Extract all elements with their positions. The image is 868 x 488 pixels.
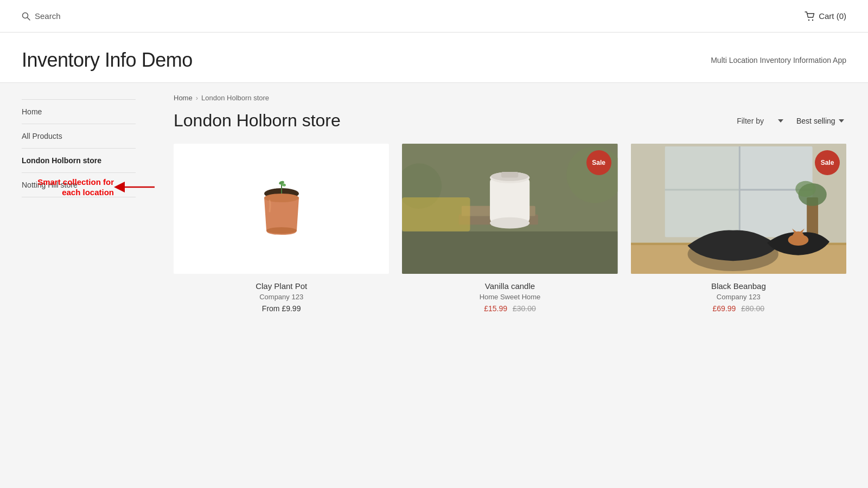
- page-title-row: London Holborn store Filter by Best sell…: [174, 111, 846, 131]
- sidebar-item-home[interactable]: Home: [22, 99, 136, 124]
- svg-rect-24: [738, 146, 740, 237]
- search-bar[interactable]: Search: [22, 11, 61, 21]
- filter-by-label: Filter by: [737, 117, 764, 125]
- product-info-clay-pot: Clay Plant Pot Company 123 From £9.99: [174, 274, 389, 315]
- cart-label: Cart (0): [819, 11, 846, 21]
- svg-point-16: [490, 217, 529, 229]
- svg-point-9: [266, 227, 297, 234]
- product-name-clay-pot: Clay Plant Pot: [176, 281, 387, 291]
- product-card-vanilla-candle[interactable]: Sale: [402, 144, 617, 315]
- product-image-clay-pot: [174, 144, 389, 274]
- sidebar-item-london-holborn[interactable]: London Holborn store: [22, 149, 136, 173]
- search-label: Search: [35, 11, 61, 21]
- sidebar: Home All Products London Holborn store N…: [0, 83, 157, 484]
- main-content: Home › London Holborn store London Holbo…: [157, 83, 868, 484]
- annotation-arrow-icon: [114, 176, 157, 198]
- cart-icon: [805, 11, 815, 21]
- svg-rect-11: [402, 232, 617, 274]
- brand-subtitle: Multi Location Inventory Information App: [711, 56, 846, 65]
- product-image-vanilla-candle: Sale: [402, 144, 617, 274]
- svg-line-1: [28, 17, 30, 20]
- candle-illustration: [402, 144, 617, 274]
- header: Search Cart (0): [0, 0, 868, 33]
- breadcrumb: Home › London Holborn store: [174, 94, 846, 102]
- product-vendor-black-beanbag: Company 123: [633, 293, 844, 301]
- clay-pot-illustration: [249, 171, 314, 247]
- product-vendor-clay-pot: Company 123: [176, 293, 387, 301]
- annotation-text: Smart collection for each location: [27, 177, 114, 198]
- product-name-black-beanbag: Black Beanbag: [633, 281, 844, 291]
- product-name-vanilla-candle: Vanilla candle: [404, 281, 615, 291]
- breadcrumb-current: London Holborn store: [201, 94, 269, 102]
- breadcrumb-home[interactable]: Home: [174, 94, 193, 102]
- product-image-black-beanbag: Sale: [631, 144, 846, 274]
- product-price-black-beanbag: £69.99 £80.00: [633, 304, 844, 313]
- product-price-clay-pot: From £9.99: [176, 304, 387, 313]
- svg-point-2: [808, 19, 809, 20]
- sale-price-candle: £15.99: [484, 304, 507, 313]
- original-price-beanbag: £80.00: [741, 304, 764, 313]
- sale-badge-candle: Sale: [586, 150, 611, 175]
- main-layout: Home All Products London Holborn store N…: [0, 83, 868, 484]
- svg-point-31: [795, 181, 816, 197]
- products-grid: Smart collection for each location: [174, 144, 846, 315]
- product-card-black-beanbag[interactable]: Sale: [631, 144, 846, 315]
- filter-by-select[interactable]: [773, 114, 786, 127]
- original-price-candle: £30.00: [513, 304, 536, 313]
- search-icon: [22, 12, 30, 21]
- filter-row: Filter by Best selling: [737, 114, 846, 127]
- annotation: Smart collection for each location: [27, 176, 157, 198]
- product-vendor-vanilla-candle: Home Sweet Home: [404, 293, 615, 301]
- sort-select[interactable]: Best selling: [794, 114, 846, 127]
- beanbag-illustration: [631, 144, 846, 274]
- page-title: London Holborn store: [174, 111, 341, 131]
- svg-rect-26: [665, 146, 738, 237]
- product-info-black-beanbag: Black Beanbag Company 123 £69.99 £80.00: [631, 274, 846, 315]
- sale-price-beanbag: £69.99: [713, 304, 736, 313]
- svg-rect-21: [402, 197, 470, 232]
- product-price-vanilla-candle: £15.99 £30.00: [404, 304, 615, 313]
- product-info-vanilla-candle: Vanilla candle Home Sweet Home £15.99 £3…: [402, 274, 617, 315]
- svg-point-35: [793, 232, 804, 241]
- svg-rect-14: [490, 177, 529, 223]
- sale-badge-beanbag: Sale: [815, 150, 840, 175]
- breadcrumb-separator: ›: [196, 94, 198, 102]
- svg-point-3: [812, 19, 813, 20]
- brand-title: Inventory Info Demo: [22, 49, 193, 72]
- brand-bar: Inventory Info Demo Multi Location Inven…: [0, 33, 868, 83]
- product-card-clay-pot[interactable]: Smart collection for each location: [174, 144, 389, 315]
- cart-button[interactable]: Cart (0): [805, 11, 846, 21]
- svg-rect-18: [501, 172, 518, 177]
- sidebar-item-all-products[interactable]: All Products: [22, 124, 136, 149]
